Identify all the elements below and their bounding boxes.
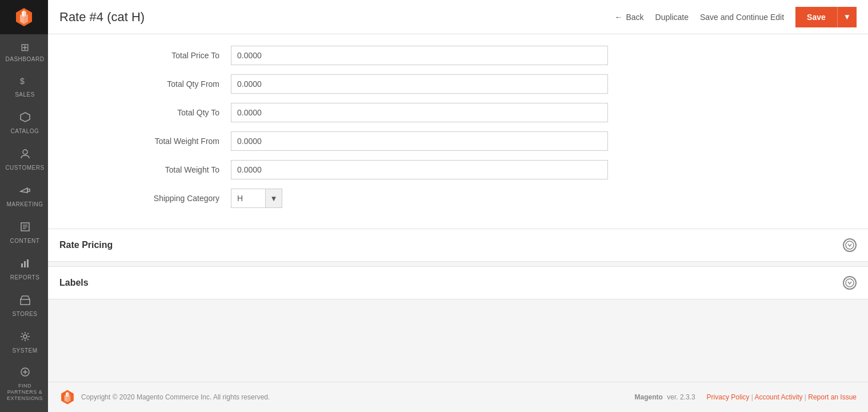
total-qty-from-row: Total Qty From — [71, 74, 845, 94]
rate-pricing-header[interactable]: Rate Pricing — [48, 229, 868, 261]
main-content: Rate #4 (cat H) ← Back Duplicate Save an… — [48, 0, 868, 412]
privacy-policy-link[interactable]: Privacy Policy — [707, 393, 750, 401]
copyright-text: Copyright © 2020 Magento Commerce Inc. A… — [81, 393, 270, 401]
customers-icon — [19, 148, 31, 162]
total-qty-to-row: Total Qty To — [71, 103, 845, 122]
rate-pricing-section: Rate Pricing — [48, 229, 868, 262]
system-icon — [19, 331, 31, 345]
sidebar-item-customers[interactable]: CUSTOMERS — [0, 141, 48, 178]
svg-rect-16 — [21, 299, 30, 305]
magento-version-label: Magento ver. 2.3.3 — [635, 393, 695, 401]
total-price-to-row: Total Price To — [71, 46, 845, 65]
labels-collapse-icon — [843, 276, 857, 290]
svg-rect-14 — [24, 261, 26, 267]
magento-logo-icon — [14, 7, 34, 27]
shipping-category-row: Shipping Category H ▼ — [71, 189, 845, 208]
svg-point-7 — [23, 150, 27, 154]
svg-rect-8 — [27, 189, 30, 191]
rate-pricing-collapse-icon — [843, 238, 857, 252]
sidebar-item-find-partners[interactable]: FIND PARTNERS & EXTENSIONS — [0, 361, 48, 407]
chevron-down-icon: ▼ — [843, 13, 851, 21]
svg-text:$: $ — [20, 77, 25, 86]
save-button[interactable]: Save — [795, 7, 837, 27]
svg-rect-13 — [21, 263, 23, 267]
total-weight-from-label: Total Weight From — [71, 137, 231, 146]
content-icon — [19, 221, 31, 235]
sidebar-item-marketing[interactable]: MARKETING — [0, 178, 48, 214]
total-price-to-input[interactable] — [231, 46, 608, 65]
labels-title: Labels — [59, 278, 89, 288]
svg-point-17 — [23, 335, 27, 338]
sales-icon: $ — [20, 76, 30, 89]
save-continue-edit-button[interactable]: Save and Continue Edit — [700, 13, 784, 22]
sidebar-item-sales[interactable]: $ SALES — [0, 69, 48, 105]
sidebar-item-dashboard[interactable]: ⊞ DASHBOARD — [0, 34, 48, 69]
back-button[interactable]: ← Back — [614, 13, 643, 22]
sidebar-item-content[interactable]: CONTENT — [0, 214, 48, 251]
form-container: Total Price To Total Qty From Total Qty … — [48, 34, 868, 229]
content-area: Total Price To Total Qty From Total Qty … — [48, 34, 868, 382]
total-qty-to-input[interactable] — [231, 103, 608, 122]
total-weight-to-input[interactable] — [231, 160, 608, 179]
total-weight-from-input[interactable] — [231, 131, 608, 151]
footer-right: Magento ver. 2.3.3 Privacy Policy | Acco… — [635, 393, 857, 401]
save-dropdown-button[interactable]: ▼ — [837, 7, 857, 27]
report-issue-link[interactable]: Report an Issue — [808, 393, 857, 401]
sidebar-item-stores[interactable]: STORES — [0, 287, 48, 324]
sidebar-item-catalog[interactable]: CATALOG — [0, 105, 48, 141]
duplicate-button[interactable]: Duplicate — [655, 13, 689, 22]
total-weight-to-label: Total Weight To — [71, 165, 231, 174]
footer-links: Privacy Policy | Account Activity | Repo… — [707, 393, 857, 401]
dashboard-icon: ⊞ — [21, 41, 30, 54]
footer-magento-logo — [59, 389, 75, 405]
total-qty-from-input[interactable] — [231, 74, 608, 94]
sidebar-item-reports[interactable]: REPORTS — [0, 251, 48, 287]
total-qty-from-label: Total Qty From — [71, 79, 231, 89]
shipping-category-value: H — [231, 189, 265, 208]
sidebar: ⊞ DASHBOARD $ SALES CATALOG CUSTOMERS MA… — [0, 0, 48, 412]
svg-point-21 — [846, 241, 854, 249]
total-qty-to-label: Total Qty To — [71, 108, 231, 117]
total-weight-from-row: Total Weight From — [71, 131, 845, 151]
total-weight-to-row: Total Weight To — [71, 160, 845, 179]
chevron-down-icon: ▼ — [270, 194, 277, 203]
reports-icon — [19, 258, 31, 272]
stores-icon — [19, 294, 31, 309]
labels-header[interactable]: Labels — [48, 267, 868, 299]
back-arrow-icon: ← — [614, 13, 622, 22]
topbar-actions: ← Back Duplicate Save and Continue Edit … — [614, 7, 857, 27]
labels-section: Labels — [48, 266, 868, 299]
page-title: Rate #4 (cat H) — [59, 10, 614, 25]
svg-rect-15 — [27, 259, 29, 267]
svg-point-22 — [846, 279, 854, 287]
sidebar-logo — [0, 0, 48, 34]
sidebar-item-system[interactable]: SYSTEM — [0, 324, 48, 361]
find-partners-icon — [19, 366, 31, 381]
shipping-category-select-wrapper: H ▼ — [231, 189, 282, 208]
catalog-icon — [19, 111, 31, 126]
save-button-group: Save ▼ — [795, 7, 857, 27]
rate-pricing-title: Rate Pricing — [59, 240, 113, 250]
account-activity-link[interactable]: Account Activity — [754, 393, 802, 401]
footer: Copyright © 2020 Magento Commerce Inc. A… — [48, 382, 868, 412]
total-price-to-label: Total Price To — [71, 51, 231, 60]
marketing-icon — [19, 185, 31, 199]
topbar: Rate #4 (cat H) ← Back Duplicate Save an… — [48, 0, 868, 34]
shipping-category-dropdown-button[interactable]: ▼ — [265, 189, 282, 208]
footer-left: Copyright © 2020 Magento Commerce Inc. A… — [59, 389, 270, 405]
svg-marker-6 — [21, 113, 30, 122]
shipping-category-label: Shipping Category — [71, 194, 231, 203]
